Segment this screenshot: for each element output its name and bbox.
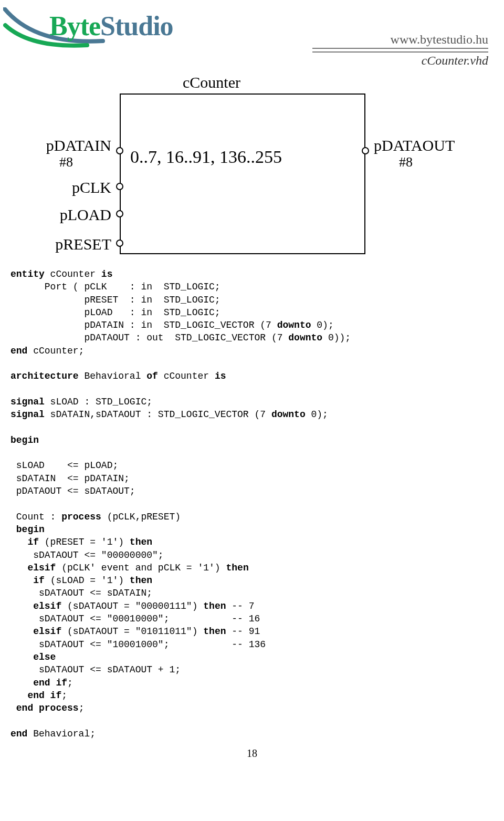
kw: signal [10,397,45,407]
code-line: sDATAOUT <= "00000000"; [10,550,164,560]
diagram-range-text: 0..7, 16..91, 136..255 [130,147,282,167]
t: Behavioral; [27,729,96,739]
port-pdataout-circle [362,147,369,154]
code-line: pDATAOUT <= sDATAOUT; [10,486,135,496]
kw: end [10,729,27,739]
kw: elsif [33,626,61,637]
port-pdataout-label: pDATAOUT #8 [374,137,489,170]
t: ; [67,678,73,688]
t: (pCLK,pRESET) [101,512,181,522]
t: Count : [10,512,61,522]
header-rule [312,51,488,53]
port-pload-label: pLOAD [21,206,111,224]
t: cCounter [45,269,101,279]
code-line: sDATAOUT <= "00010000"; -- 16 [10,614,260,624]
t: 0); [311,320,334,330]
code-line: sDATAIN <= pDATAIN; [10,473,130,484]
t [10,575,33,586]
t: 0)); [322,332,351,343]
port-pload-circle [116,210,123,217]
kw: end process [16,703,79,713]
kw: downto [277,320,311,330]
t: Behavioral [79,371,147,381]
logo-text: ByteStudio [49,11,173,41]
port-pclk-label: pCLK [21,179,111,196]
t [10,524,16,535]
diagram-title: cCounter [183,74,240,91]
port-sub-text: #8 [21,154,111,170]
port-preset-circle [116,240,123,247]
kw: is [101,269,113,279]
kw: end if [27,690,61,701]
kw: then [203,626,226,637]
page-number: 18 [0,740,504,765]
t: cCounter [158,371,215,381]
kw: entity [10,269,45,279]
kw: then [130,575,152,586]
header-url: www.bytestudio.hu [312,33,488,49]
kw: then [203,601,226,611]
t: pDATAIN : in STD_LOGIC_VECTOR (7 [10,320,277,330]
port-preset-label: pRESET [21,235,111,253]
kw: process [61,512,101,522]
kw: architecture [10,371,79,381]
code-line: sDATAOUT <= sDATAIN; [10,588,152,598]
kw: else [33,652,56,662]
t: -- 7 [226,601,255,611]
kw: begin [10,435,39,445]
code-line: sDATAOUT <= sDATAOUT + 1; [10,664,181,675]
kw: downto [288,332,322,343]
port-pdatain-circle [116,147,123,154]
port-sub-text: #8 [374,154,489,170]
kw: end [10,346,27,356]
port-pclk-circle [116,183,123,190]
t: (sLOAD = '1') [45,575,130,586]
kw: if [27,537,39,547]
t: (pCLK' event and pCLK = '1') [56,563,226,573]
vhdl-code-block: entity cCounter is Port ( pCLK : in STD_… [0,257,504,740]
t [10,690,27,701]
logo-byte-text: Byte [49,11,100,41]
t: ; [79,703,85,713]
port-pdatain-label: pDATAIN #8 [21,137,111,170]
kw: of [146,371,158,381]
t [10,601,33,611]
code-line: pRESET : in STD_LOGIC; [10,295,220,305]
code-line: sLOAD <= pLOAD; [10,460,118,471]
t: 0); [306,409,328,420]
diagram-box: 0..7, 16..91, 136..255 [120,93,365,254]
t: sDATAIN,sDATAOUT : STD_LOGIC_VECTOR (7 [45,409,271,420]
logo-studio-text: Studio [100,11,173,41]
t: pDATAOUT : out STD_LOGIC_VECTOR (7 [10,332,288,343]
port-label-text: pDATAOUT [374,137,455,154]
t: (sDATAOUT = "01011011") [61,626,203,637]
t: (sDATAOUT = "00000111") [61,601,203,611]
kw: end if [33,678,67,688]
t [10,652,33,662]
code-line: Port ( pCLK : in STD_LOGIC; [10,282,220,292]
t [10,626,33,637]
kw: signal [10,409,45,420]
block-diagram: cCounter 0..7, 16..91, 136..255 pDATAIN … [0,68,504,257]
t [10,537,27,547]
code-line: sDATAOUT <= "10001000"; -- 136 [10,639,266,650]
header-filename: cCounter.vhd [422,54,488,68]
t [10,703,16,713]
kw: downto [271,409,306,420]
kw: if [33,575,45,586]
page-header: ByteStudio www.bytestudio.hu cCounter.vh… [0,0,504,68]
port-label-text: pDATAIN [46,137,111,154]
kw: then [130,537,152,547]
kw: is [215,371,226,381]
kw: elsif [33,601,61,611]
kw: then [226,563,248,573]
kw: elsif [27,563,56,573]
t: cCounter; [27,346,84,356]
t [10,678,33,688]
code-line: pLOAD : in STD_LOGIC; [10,307,220,318]
t: ; [61,690,67,701]
kw: begin [16,524,45,535]
t: sLOAD : STD_LOGIC; [45,397,152,407]
t [10,563,27,573]
t: (pRESET = '1') [39,537,130,547]
